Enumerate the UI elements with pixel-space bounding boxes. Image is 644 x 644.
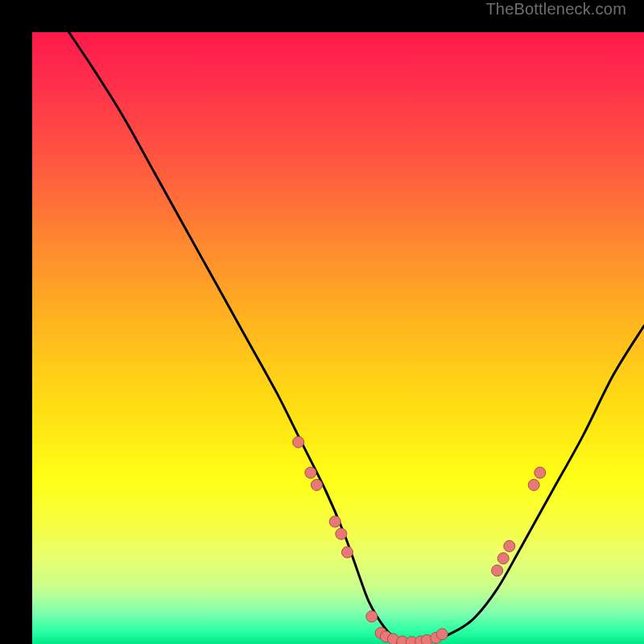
chart-dot: [366, 611, 378, 622]
chart-dot-group: [293, 436, 546, 644]
chart-dot: [305, 467, 316, 478]
watermark-text: TheBottleneck.com: [485, 0, 626, 19]
chart-dot: [341, 547, 353, 558]
chart-outer-frame: [16, 16, 628, 628]
chart-dot: [535, 467, 546, 478]
chart-dot: [293, 436, 304, 448]
chart-dot: [497, 553, 509, 564]
chart-dot: [492, 565, 503, 576]
chart-svg: [32, 32, 644, 644]
chart-dot: [436, 629, 448, 640]
chart-dot: [336, 528, 347, 539]
chart-dot: [528, 479, 539, 490]
chart-plot-area: [32, 32, 644, 644]
chart-dot: [329, 516, 341, 527]
chart-dot: [504, 540, 515, 551]
bottleneck-curve: [69, 32, 644, 643]
chart-dot: [311, 479, 322, 490]
